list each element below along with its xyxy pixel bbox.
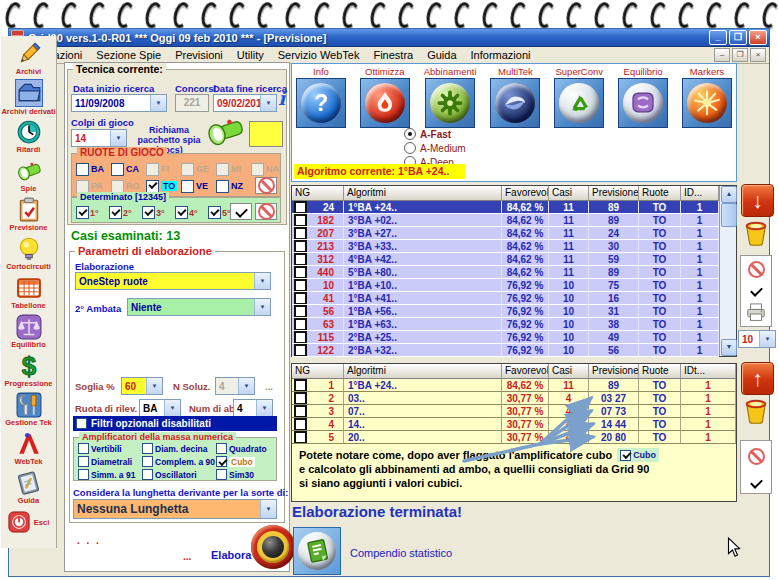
row-checkbox[interactable] [294,331,307,344]
column-header-previsione[interactable]: Previsione [589,364,639,379]
table-row[interactable]: 203..30,77 %403 27TO1 [292,392,736,405]
close-icon[interactable]: × [749,30,767,45]
position-2[interactable]: 2° [109,206,139,219]
chevron-down-icon[interactable]: ▼ [164,400,180,416]
move-up-button[interactable]: ↑ [741,362,774,395]
column-header-previsione[interactable]: Previsione [589,186,639,201]
chevron-down-icon[interactable]: ▼ [110,130,126,146]
chevron-down-icon[interactable]: ▼ [260,500,276,518]
chevron-down-icon[interactable]: ▼ [260,95,276,111]
menu-item-previsioni[interactable]: Previsioni [168,48,230,62]
radio-button[interactable] [404,142,416,154]
chevron-down-icon[interactable]: ▼ [256,400,272,416]
wheel-checkbox[interactable] [181,180,194,193]
clear-positions-button[interactable] [255,203,277,220]
wheel-nz[interactable]: NZ [216,180,249,193]
row-checkbox[interactable] [294,405,307,418]
elaborazione-combobox[interactable]: OneStep ruote▼ [75,272,271,290]
filter-checkbox[interactable] [216,456,227,467]
wheel-checkbox[interactable] [251,163,264,176]
row-checkbox[interactable] [294,253,307,266]
scrollbar[interactable]: ▲ ▼ [719,186,736,356]
table-row[interactable]: 1152°BA +25..76,92 %1049TO1 [292,331,719,344]
table-row[interactable]: 307..30,77 %407 73TO1 [292,405,736,418]
filtri-checkbox[interactable] [76,418,87,429]
position-4[interactable]: 4° [175,206,205,219]
sidebar-item-webtek[interactable]: WebTek [1,429,56,468]
filter-sim30[interactable]: Sim30 [216,469,274,480]
column-header-ng[interactable]: NG [292,364,344,379]
position-checkbox[interactable] [109,206,122,219]
ban-icon[interactable] [748,261,765,278]
chevron-down-icon[interactable]: ▼ [254,299,270,315]
menu-item-sezione-spie[interactable]: Sezione Spie [89,48,168,62]
check-icon[interactable] [750,284,763,297]
table-row[interactable]: 241°BA +24..84,62 %1189TO1 [292,201,719,214]
row-checkbox[interactable] [294,292,307,305]
page-size-combobox[interactable]: 10▼ [738,330,776,348]
wheel-mi[interactable]: MI [216,163,249,176]
position-checkbox[interactable] [175,206,188,219]
multitek-button[interactable] [490,78,540,128]
filter-checkbox[interactable] [78,443,89,454]
chevron-down-icon[interactable]: ▼ [150,95,166,111]
lunghetta-combobox[interactable]: Nessuna Lunghetta▼ [73,499,277,519]
row-checkbox[interactable] [294,227,307,240]
row-checkbox[interactable] [294,431,307,444]
mdi-minimize-icon[interactable]: – [714,48,730,62]
filter-cubo[interactable]: Cubo [216,456,274,467]
menu-item-servizio-webtek[interactable]: Servizio WebTek [271,48,367,62]
sidebar-item-tabellone[interactable]: Tabellone [1,273,56,312]
scroll-down-icon[interactable]: ▼ [721,339,737,356]
wheel-ba[interactable]: BA [76,163,109,176]
sidebar-item-cortocircuiti[interactable]: Cortocircuiti [1,234,56,273]
table-row[interactable]: 631°BA +63..76,92 %1038TO1 [292,318,719,331]
wheel-na[interactable]: NA [251,163,284,176]
cubo-flag[interactable]: Cubo [617,448,659,462]
wheel-ve[interactable]: VE [181,180,214,193]
position-checkbox[interactable] [208,206,221,219]
trash-bucket-icon[interactable] [742,397,770,427]
row-checkbox[interactable] [294,344,307,357]
table-row[interactable]: 11°BA +24..84,62 %1189TO1 [292,379,736,392]
table-row[interactable]: 1222°BA +32..76,92 %1056TO1 [292,344,719,357]
soglia-combobox[interactable]: 60▼ [121,377,163,395]
wheel-ge[interactable]: GE [181,163,214,176]
sidebar-item-previsione[interactable]: Previsione [1,195,56,234]
minimize-icon[interactable]: _ [709,30,727,45]
sidebar-item-spie[interactable]: Spie [1,156,56,195]
sidebar-item-archivi-derivati[interactable]: Archivi derivati [1,78,56,117]
data-fine-combobox[interactable]: 09/02/2010▼ [213,94,277,112]
maximize-icon[interactable]: ❐ [729,30,747,45]
menu-item-utility[interactable]: Utility [230,48,271,62]
num-abb-combobox[interactable]: 4▼ [233,399,273,417]
sidebar-item-equilibrio[interactable]: Equilibrio [1,312,56,351]
superconv-button[interactable] [554,78,604,128]
title-bar[interactable]: Grid90 vers.1-0-R01 *** Oggi 09 feb 2010… [9,29,769,47]
column-header-casi[interactable]: Casi [549,186,589,201]
printer-icon[interactable] [745,303,767,321]
table-row[interactable]: 2133°BA +33..84,62 %1130TO1 [292,240,719,253]
column-header-algoritmi[interactable]: Algoritmi [344,186,502,201]
equilibrio-button[interactable] [618,78,668,128]
wheel-checkbox[interactable] [181,163,194,176]
column-header-favorevoli[interactable]: Favorevoli [502,364,549,379]
wheel-ro[interactable]: RO [111,180,144,193]
row-checkbox[interactable] [294,318,307,331]
data-inizio-combobox[interactable]: 11/09/2008▼ [71,94,167,112]
menu-item-finestra[interactable]: Finestra [366,48,420,62]
chevron-down-icon[interactable]: ▼ [254,273,270,289]
column-header-idt[interactable]: IDt... [681,364,736,379]
wheel-checkbox[interactable] [76,180,89,193]
radio-a-medium[interactable]: A-Medium [404,141,466,155]
column-header-algoritmi[interactable]: Algoritmi [344,364,502,379]
mdi-restore-icon[interactable]: ❐ [732,48,748,62]
wheel-fi[interactable]: FI [146,163,179,176]
table-row[interactable]: 2073°BA +27..84,62 %1124TO1 [292,227,719,240]
row-checkbox[interactable] [294,266,307,279]
wheel-checkbox[interactable] [111,180,124,193]
filter-complem-a-90[interactable]: Complem. a 90 [142,456,216,467]
row-checkbox[interactable] [294,279,307,292]
wheel-checkbox[interactable] [146,163,159,176]
radio-a-fast[interactable]: A-Fast [404,127,466,141]
